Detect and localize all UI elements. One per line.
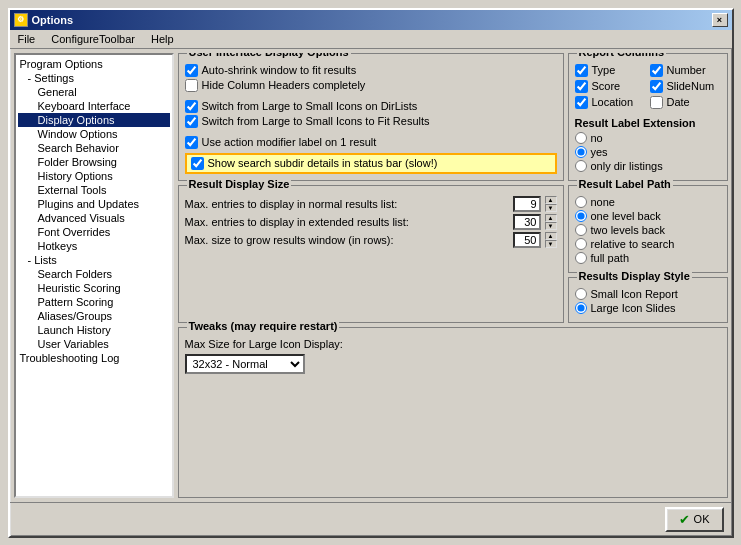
cb-slidenum-row: SlideNum bbox=[650, 80, 721, 93]
radio-ext-no[interactable] bbox=[575, 132, 587, 144]
radio-path-two-row: two levels back bbox=[575, 224, 721, 236]
spin-grow-input[interactable] bbox=[513, 232, 541, 248]
cb-date-label: Date bbox=[667, 96, 690, 108]
result-label-path-content: none one level back two levels back bbox=[575, 196, 721, 264]
sidebar-tree: Program Options - Settings General Keybo… bbox=[14, 53, 174, 498]
spin-extended-down[interactable]: ▼ bbox=[545, 222, 557, 230]
cb-switch-fit[interactable] bbox=[185, 115, 198, 128]
results-display-style-title: Results Display Style bbox=[577, 270, 692, 282]
radio-path-relative-label: relative to search bbox=[591, 238, 675, 250]
sidebar-item-advanced-visuals[interactable]: Advanced Visuals bbox=[18, 211, 170, 225]
cb-date[interactable] bbox=[650, 96, 663, 109]
cb-location-row: Location bbox=[575, 96, 646, 109]
menu-file[interactable]: File bbox=[14, 32, 40, 46]
sidebar-item-heuristic-scoring[interactable]: Heuristic Scoring bbox=[18, 281, 170, 295]
report-columns-group: Report Columns Type Number bbox=[568, 53, 728, 181]
bottom-panels: Tweaks (may require restart) Max Size fo… bbox=[178, 327, 728, 498]
cb-score-label: Score bbox=[592, 80, 621, 92]
spin-normal-input[interactable] bbox=[513, 196, 541, 212]
result-size-content: Max. entries to display in normal result… bbox=[185, 196, 557, 248]
cb-score-row: Score bbox=[575, 80, 646, 93]
sidebar-item-plugins-and-updates[interactable]: Plugins and Updates bbox=[18, 197, 170, 211]
radio-ext-onlydir-row: only dir listings bbox=[575, 160, 721, 172]
results-display-style-content: Small Icon Report Large Icon Slides bbox=[575, 288, 721, 314]
sidebar-item-user-variables[interactable]: User Variables bbox=[18, 337, 170, 351]
cb-number-label: Number bbox=[667, 64, 706, 76]
title-bar: ⚙ Options × bbox=[10, 10, 732, 30]
ui-options-title: User Interface Display Options bbox=[187, 53, 351, 58]
radio-path-full[interactable] bbox=[575, 252, 587, 264]
sidebar-item-program-options[interactable]: Program Options bbox=[18, 57, 170, 71]
right-panel: User Interface Display Options Auto-shri… bbox=[178, 53, 728, 498]
radio-ext-onlydir[interactable] bbox=[575, 160, 587, 172]
tweaks-size-dropdown[interactable]: 16x16 - Small 32x32 - Normal 48x48 - Lar… bbox=[185, 354, 305, 374]
menu-configure-toolbar[interactable]: ConfigureToolbar bbox=[47, 32, 139, 46]
cb-slidenum[interactable] bbox=[650, 80, 663, 93]
sidebar-item-folder-browsing[interactable]: Folder Browsing bbox=[18, 155, 170, 169]
sidebar-item-lists[interactable]: - Lists bbox=[18, 253, 170, 267]
radio-path-one-row: one level back bbox=[575, 210, 721, 222]
radio-path-none[interactable] bbox=[575, 196, 587, 208]
radio-path-one-label: one level back bbox=[591, 210, 661, 222]
close-button[interactable]: × bbox=[712, 13, 728, 27]
cb-auto-shrink[interactable] bbox=[185, 64, 198, 77]
result-label-ext-group: Result Label Extension no yes only dir l… bbox=[575, 117, 721, 172]
spin-normal-down[interactable]: ▼ bbox=[545, 204, 557, 212]
radio-path-none-row: none bbox=[575, 196, 721, 208]
spin-extended-input[interactable] bbox=[513, 214, 541, 230]
cb-switch-dirlists[interactable] bbox=[185, 100, 198, 113]
sidebar-item-search-behavior[interactable]: Search Behavior bbox=[18, 141, 170, 155]
sidebar-item-hotkeys[interactable]: Hotkeys bbox=[18, 239, 170, 253]
spin-grow-down[interactable]: ▼ bbox=[545, 240, 557, 248]
sidebar-item-display-options[interactable]: Display Options bbox=[18, 113, 170, 127]
cb-type[interactable] bbox=[575, 64, 588, 77]
sidebar-item-font-overrides[interactable]: Font Overrides bbox=[18, 225, 170, 239]
cb-number-row: Number bbox=[650, 64, 721, 77]
radio-style-large-row: Large Icon Slides bbox=[575, 302, 721, 314]
spin-extended-up[interactable]: ▲ bbox=[545, 214, 557, 222]
result-label-path-title: Result Label Path bbox=[577, 178, 673, 190]
radio-path-two[interactable] bbox=[575, 224, 587, 236]
menu-help[interactable]: Help bbox=[147, 32, 178, 46]
cb-action-modifier[interactable] bbox=[185, 136, 198, 149]
footer: ✔ OK bbox=[10, 502, 732, 536]
spin-grow-up[interactable]: ▲ bbox=[545, 232, 557, 240]
radio-style-small-row: Small Icon Report bbox=[575, 288, 721, 300]
radio-path-full-label: full path bbox=[591, 252, 630, 264]
radio-style-small[interactable] bbox=[575, 288, 587, 300]
cb-score[interactable] bbox=[575, 80, 588, 93]
sidebar-item-external-tools[interactable]: External Tools bbox=[18, 183, 170, 197]
report-columns-grid: Type Number Score bbox=[575, 64, 721, 111]
radio-path-relative[interactable] bbox=[575, 238, 587, 250]
cb-hide-headers[interactable] bbox=[185, 79, 198, 92]
sidebar-item-history-options[interactable]: History Options bbox=[18, 169, 170, 183]
ok-button[interactable]: ✔ OK bbox=[665, 507, 724, 532]
sidebar-item-aliases-groups[interactable]: Aliases/Groups bbox=[18, 309, 170, 323]
radio-path-one[interactable] bbox=[575, 210, 587, 222]
radio-style-large[interactable] bbox=[575, 302, 587, 314]
cb-subdir-details[interactable] bbox=[191, 157, 204, 170]
spin-normal-up[interactable]: ▲ bbox=[545, 196, 557, 204]
spin-grow-label: Max. size to grow results window (in row… bbox=[185, 234, 509, 246]
cb-slidenum-label: SlideNum bbox=[667, 80, 715, 92]
sidebar-item-settings[interactable]: - Settings bbox=[18, 71, 170, 85]
sidebar-item-search-folders[interactable]: Search Folders bbox=[18, 267, 170, 281]
menu-bar: File ConfigureToolbar Help bbox=[10, 30, 732, 49]
radio-style-small-label: Small Icon Report bbox=[591, 288, 678, 300]
sidebar-item-keyboard-interface[interactable]: Keyboard Interface bbox=[18, 99, 170, 113]
radio-ext-yes[interactable] bbox=[575, 146, 587, 158]
tweaks-content: Max Size for Large Icon Display: 16x16 -… bbox=[185, 338, 721, 374]
sidebar-item-launch-history[interactable]: Launch History bbox=[18, 323, 170, 337]
cb-number[interactable] bbox=[650, 64, 663, 77]
sidebar-item-window-options[interactable]: Window Options bbox=[18, 127, 170, 141]
cb-location[interactable] bbox=[575, 96, 588, 109]
radio-ext-yes-row: yes bbox=[575, 146, 721, 158]
options-window: ⚙ Options × File ConfigureToolbar Help P… bbox=[8, 8, 734, 538]
report-columns-title: Report Columns bbox=[577, 53, 667, 58]
cb-hide-headers-label: Hide Column Headers completely bbox=[202, 79, 366, 91]
spin-grow-buttons: ▲ ▼ bbox=[545, 232, 557, 248]
radio-style-large-label: Large Icon Slides bbox=[591, 302, 676, 314]
sidebar-item-pattern-scoring[interactable]: Pattern Scoring bbox=[18, 295, 170, 309]
sidebar-item-general[interactable]: General bbox=[18, 85, 170, 99]
sidebar-item-troubleshooting-log[interactable]: Troubleshooting Log bbox=[18, 351, 170, 365]
